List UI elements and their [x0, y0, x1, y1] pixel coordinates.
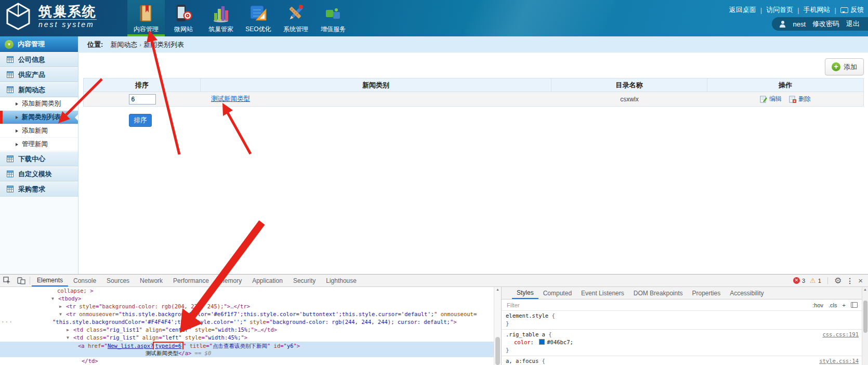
devtools-tab[interactable]: Lighthouse — [321, 275, 362, 286]
new-style-rule-button[interactable]: + — [843, 302, 846, 308]
header-link[interactable]: 访问首页 — [766, 5, 793, 15]
code-line[interactable]: </td> — [0, 357, 494, 365]
styles-tab[interactable]: Event Listeners — [576, 287, 629, 299]
code-line[interactable]: ▼<td class="rig_list" align="left" style… — [0, 334, 494, 342]
closing-brace: } — [506, 320, 859, 328]
panel-layout-icon[interactable] — [851, 302, 858, 308]
header-link[interactable]: 返回桌面 — [729, 5, 756, 15]
sidebar-item[interactable]: 下载中心 — [0, 151, 78, 166]
sidebar-item[interactable]: 公司信息 — [0, 52, 78, 67]
scroll-up-icon[interactable] — [494, 288, 501, 291]
toggle-class-button[interactable]: .cls — [828, 302, 837, 308]
nav-item[interactable]: 微网站 — [165, 0, 202, 36]
collapsed-arrow-icon[interactable]: ▶ — [59, 303, 62, 310]
scroll-up-icon[interactable] — [862, 288, 868, 291]
warning-count[interactable]: 1 — [818, 278, 821, 284]
styles-tab[interactable]: DOM Breakpoints — [629, 287, 688, 299]
styles-scrollbar[interactable] — [862, 287, 868, 365]
stylesheet-link[interactable]: css.css:191 — [822, 331, 859, 338]
sort-order-input[interactable] — [129, 94, 156, 105]
code-line[interactable]: collapse; > — [0, 287, 494, 295]
device-toolbar-icon[interactable] — [14, 275, 28, 286]
sidebar-item[interactable]: 供应产品 — [0, 67, 78, 82]
scrollbar-thumb[interactable] — [495, 337, 500, 365]
styles-filter-input[interactable] — [506, 302, 812, 309]
sidebar-header[interactable]: 内容管理 — [0, 36, 78, 52]
inspect-element-icon[interactable] — [0, 275, 14, 286]
code-token: </a> — [178, 350, 191, 356]
code-line[interactable]: "this.style.backgroundColor='#F4F4F4';th… — [0, 318, 494, 326]
toggle-hover-button[interactable]: :hov — [812, 302, 823, 308]
breadcrumb-link-news[interactable]: 新闻动态 — [110, 40, 137, 49]
code-line[interactable]: ▼<tbody> — [0, 295, 494, 303]
styles-tab[interactable]: Accessibility — [725, 287, 768, 299]
category-link[interactable]: 测试新闻类型 — [211, 95, 250, 102]
sidebar-item[interactable]: 新闻动态 — [0, 82, 78, 97]
header-link[interactable]: 手机网站 — [804, 5, 831, 15]
nav-item-label: 微网站 — [174, 25, 193, 34]
warning-icon[interactable] — [810, 277, 816, 284]
delete-button[interactable]: 删除 — [789, 95, 811, 103]
expanded-arrow-icon[interactable]: ▼ — [67, 334, 69, 342]
sort-button[interactable]: 排序 — [129, 114, 152, 127]
annotation-arrow-category-link — [222, 103, 251, 154]
header-link[interactable]: 反馈 — [840, 5, 864, 15]
sidebar-item[interactable]: 新闻类别列表 — [0, 111, 78, 124]
devtools-tab[interactable]: Security — [288, 275, 321, 286]
expanded-arrow-icon[interactable]: ▼ — [51, 295, 54, 303]
css-property[interactable]: color: #046bc7; — [506, 338, 859, 346]
devtools-tab[interactable]: Application — [247, 275, 288, 286]
styles-tab[interactable]: Computed — [538, 287, 576, 299]
sidebar-item[interactable]: 采购需求 — [0, 181, 78, 197]
triangle-bullet-icon — [16, 143, 18, 146]
close-devtools-icon[interactable] — [858, 276, 863, 285]
logout-link[interactable]: 退出 — [846, 19, 860, 29]
sidebar-item[interactable]: 管理新闻 — [0, 138, 78, 151]
nest-logo-icon — [3, 2, 33, 31]
nav-item[interactable]: 内容管理 — [127, 0, 165, 36]
grid-icon — [7, 71, 14, 78]
edit-button[interactable]: 编辑 — [760, 95, 782, 103]
devtools-tab[interactable]: Network — [135, 275, 168, 286]
sidebar-item[interactable]: 自定义模块 — [0, 166, 78, 181]
code-line[interactable]: ▶<td class="rig_list1" align="center" st… — [0, 326, 494, 334]
nav-item[interactable]: SEO优化 — [240, 0, 277, 36]
grid-icon — [7, 155, 14, 162]
code-token: = — [474, 311, 477, 317]
rule-selector: .rig_table a — [506, 331, 545, 337]
devtools-tab[interactable]: Elements — [32, 275, 68, 286]
devtools-tab[interactable]: Sources — [101, 275, 135, 286]
color-swatch[interactable] — [539, 339, 545, 345]
elements-scrollbar[interactable] — [494, 287, 501, 365]
settings-gear-icon[interactable] — [834, 276, 841, 285]
scrollbar-thumb[interactable] — [863, 301, 867, 333]
sidebar-item[interactable]: 添加新闻 — [0, 124, 78, 138]
devtools-tab[interactable]: Console — [68, 275, 101, 286]
nav-item[interactable]: 增值服务 — [314, 0, 352, 36]
change-password-link[interactable]: 修改密码 — [812, 19, 839, 29]
error-count[interactable]: 3 — [802, 278, 805, 284]
nav-item[interactable]: 筑巢管家 — [202, 0, 240, 36]
collapsed-arrow-icon[interactable]: ▶ — [67, 326, 69, 334]
code-token: style — [182, 334, 202, 341]
styles-tab[interactable]: Properties — [687, 287, 725, 299]
code-line[interactable]: ▼<tr onmouseover="this.style.backgroundC… — [0, 310, 494, 318]
delete-icon — [789, 96, 796, 103]
sidebar-item[interactable]: 添加新闻类别 — [0, 97, 78, 111]
expanded-arrow-icon[interactable]: ▼ — [59, 310, 62, 318]
triangle-bullet-icon — [16, 129, 18, 133]
code-line[interactable]: 测试新闻类型</a> == $0 — [0, 349, 494, 357]
nav-item[interactable]: 系统管理 — [277, 0, 314, 36]
code-line[interactable]: <a href="New_list.aspx?typeid=6" title="… — [0, 342, 494, 349]
user-name[interactable]: nest — [793, 20, 806, 28]
stylesheet-link[interactable]: style.css:14 — [819, 357, 859, 365]
add-button[interactable]: 添加 — [825, 58, 864, 75]
breadcrumb-link-category-list[interactable]: 新闻类别列表 — [143, 40, 184, 49]
devtools-tab[interactable]: Performance — [168, 275, 214, 286]
styles-tab[interactable]: Styles — [512, 287, 538, 299]
app-logo: 筑巢系统 nest system — [3, 2, 97, 31]
error-icon[interactable] — [793, 277, 800, 284]
devtools-tab[interactable]: Memory — [214, 275, 247, 286]
more-options-icon[interactable] — [846, 277, 853, 285]
code-line[interactable]: ▶<tr style="background-color: rgb(204, 2… — [0, 303, 494, 310]
